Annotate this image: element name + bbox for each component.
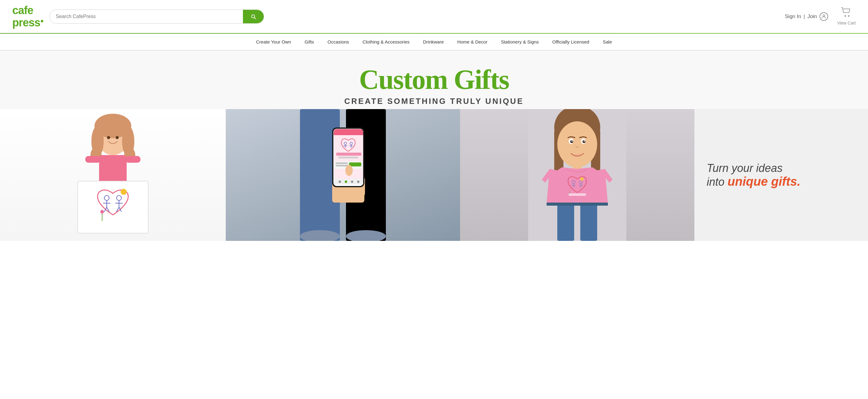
- sign-in-link[interactable]: Sign In: [785, 13, 801, 20]
- hero-images: Turn your ideas into unique gifts.: [0, 109, 868, 241]
- svg-point-61: [357, 180, 360, 183]
- svg-point-81: [568, 189, 571, 192]
- svg-rect-11: [125, 156, 141, 163]
- svg-rect-86: [580, 203, 597, 241]
- svg-rect-10: [85, 156, 101, 163]
- svg-point-2: [848, 15, 849, 17]
- hero-image-girl: [0, 109, 226, 241]
- svg-point-73: [571, 140, 572, 141]
- logo[interactable]: cafe press: [12, 4, 43, 29]
- hero-section: Custom Gifts CREATE SOMETHING TRULY UNIQ…: [0, 51, 868, 241]
- user-icon[interactable]: [819, 12, 828, 21]
- cart-icon: [841, 7, 852, 19]
- logo-cafe: cafe: [12, 4, 33, 16]
- svg-point-74: [584, 140, 585, 141]
- svg-point-68: [557, 121, 597, 167]
- nav-item-home-decor[interactable]: Home & Decor: [451, 34, 494, 50]
- hero-text-panel: Turn your ideas into unique gifts.: [694, 109, 868, 241]
- hero-tagline-line2: into unique gifts.: [707, 175, 856, 189]
- nav-item-drinkware[interactable]: Drinkware: [416, 34, 451, 50]
- search-bar: [50, 9, 264, 24]
- svg-point-60: [351, 180, 353, 183]
- header: cafe press Sign In | Join: [0, 0, 868, 33]
- svg-rect-51: [336, 153, 361, 156]
- hero-image-phone: [226, 109, 460, 241]
- svg-point-59: [345, 180, 347, 183]
- search-button[interactable]: [243, 10, 264, 23]
- nav-item-stationery[interactable]: Stationery & Signs: [494, 34, 545, 50]
- nav-item-clothing[interactable]: Clothing & Accessories: [356, 34, 416, 50]
- hero-subtitle: CREATE SOMETHING TRULY UNIQUE: [344, 97, 524, 106]
- svg-point-0: [823, 15, 825, 16]
- svg-point-27: [116, 136, 119, 139]
- svg-point-26: [107, 136, 110, 139]
- svg-rect-85: [557, 203, 574, 241]
- nav-item-gifts[interactable]: Gifts: [298, 34, 321, 50]
- search-input[interactable]: [50, 10, 243, 23]
- svg-point-58: [339, 180, 341, 183]
- girl-illustration: [70, 111, 156, 239]
- cart-button[interactable]: View Cart: [837, 7, 856, 26]
- svg-rect-44: [334, 132, 363, 135]
- auth-links[interactable]: Sign In | Join: [785, 12, 828, 21]
- hero-image-woman: [460, 109, 694, 241]
- auth-separator: |: [804, 13, 805, 20]
- search-icon: [250, 13, 256, 20]
- svg-rect-12: [78, 181, 148, 233]
- logo-press: press: [12, 16, 40, 29]
- hero-main-title: Custom Gifts: [344, 66, 524, 94]
- phone-scene: [288, 109, 398, 241]
- hero-title-area: Custom Gifts CREATE SOMETHING TRULY UNIQ…: [344, 51, 524, 112]
- svg-point-1: [844, 15, 846, 17]
- nav-item-sale[interactable]: Sale: [596, 34, 619, 50]
- nav-item-officially-licensed[interactable]: Officially Licensed: [546, 34, 596, 50]
- svg-point-62: [345, 165, 353, 176]
- hero-tagline-emphasis: unique gifts.: [727, 175, 801, 188]
- cart-label: View Cart: [837, 21, 856, 26]
- svg-rect-52: [338, 157, 358, 159]
- svg-point-24: [100, 210, 104, 213]
- svg-point-23: [121, 189, 127, 195]
- svg-point-83: [580, 177, 584, 181]
- main-nav: Create Your Own Gifts Occasions Clothing…: [0, 34, 868, 51]
- svg-rect-54: [336, 162, 348, 164]
- header-right: Sign In | Join View Cart: [785, 7, 856, 26]
- nav-item-occasions[interactable]: Occasions: [321, 34, 356, 50]
- svg-rect-84: [569, 193, 586, 196]
- hero-tagline-line1: Turn your ideas: [707, 162, 856, 175]
- svg-rect-88: [547, 203, 608, 206]
- nav-item-create-your-own[interactable]: Create Your Own: [249, 34, 298, 50]
- join-link[interactable]: Join: [807, 13, 817, 20]
- woman-illustration: [528, 109, 626, 241]
